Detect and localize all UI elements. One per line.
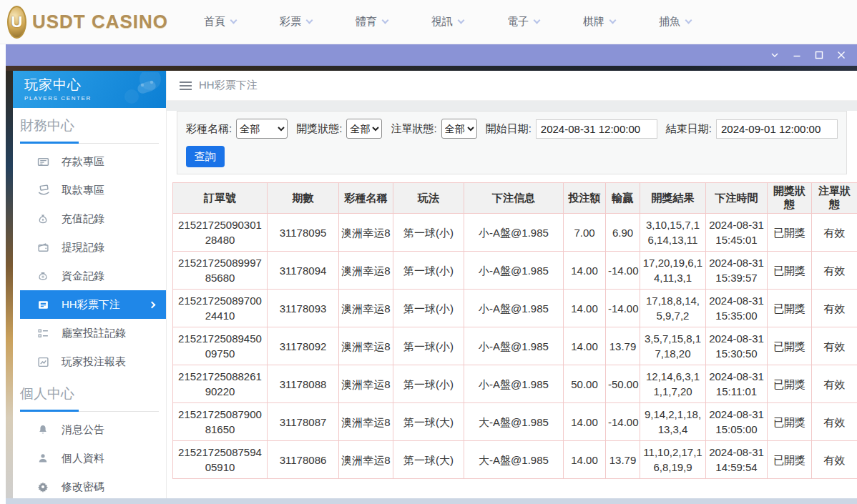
- content-area: HH彩票下注 彩種名稱: 全部 開獎狀態: 全部 注單狀態: 全部 開始日期: …: [167, 71, 857, 499]
- start-date-label: 開始日期:: [486, 122, 532, 136]
- table-cell: -14.00: [606, 252, 640, 290]
- section-divider: [20, 142, 159, 144]
- column-header: 下注信息: [464, 183, 564, 214]
- column-header: 彩種名稱: [339, 183, 393, 214]
- column-header: 投注額: [564, 183, 606, 214]
- table-cell: 已開獎: [768, 403, 812, 441]
- chevron-down-icon: [230, 17, 237, 24]
- order-status-select[interactable]: 全部: [441, 119, 477, 139]
- table-cell: 澳洲幸运8: [339, 252, 393, 290]
- column-header: 訂單號: [173, 183, 268, 214]
- table-cell: 澳洲幸运8: [339, 327, 393, 365]
- table-cell: 有效: [812, 441, 857, 479]
- table-cell: -50.00: [606, 365, 640, 403]
- table-cell: 第一球(小): [393, 252, 464, 290]
- sidebar-item-label: 玩家投注報表: [62, 355, 126, 369]
- sidebar-item-hall-record[interactable]: 廳室投註記錄: [20, 319, 166, 347]
- table-cell: 2152172508999785680: [173, 252, 268, 290]
- sidebar-item-withdrawal-record[interactable]: 提現記錄: [20, 233, 166, 262]
- draw-status-select[interactable]: 全部: [346, 119, 382, 139]
- search-button[interactable]: 查詢: [186, 146, 225, 167]
- sidebar-header: 玩家中心 PLAYERS CENTER: [13, 71, 166, 108]
- table-cell: 已開獎: [768, 252, 812, 290]
- nav-item-label: 彩票: [280, 15, 301, 29]
- table-cell: 澳洲幸运8: [339, 214, 393, 252]
- nav-item-label: 捕魚: [659, 15, 680, 29]
- end-date-input[interactable]: [716, 119, 838, 139]
- table-cell: 14.00: [564, 441, 606, 479]
- sidebar-item-label: 個人資料: [62, 452, 104, 465]
- table-cell: 31178087: [268, 403, 339, 441]
- column-header: 開獎狀態: [768, 183, 812, 214]
- table-cell: 第一球(小): [393, 327, 464, 365]
- table-cell: 3,5,7,15,8,17,18,20: [640, 327, 706, 365]
- nav-item-6[interactable]: 捕魚: [659, 15, 691, 29]
- nav-item-4[interactable]: 電子: [507, 15, 539, 29]
- sidebar-item-label: 取款專區: [62, 184, 104, 197]
- table-cell: 小-A盤@1.985: [464, 327, 564, 365]
- sidebar-item-bell[interactable]: 消息公告: [20, 415, 166, 444]
- sidebar-section-title: 財務中心: [20, 117, 166, 135]
- table-cell: 小-A盤@1.985: [464, 252, 564, 290]
- table-cell: 2152172508826190220: [173, 365, 268, 403]
- chevron-down-icon: [382, 17, 389, 24]
- sidebar-item-label: 存款專區: [62, 155, 104, 169]
- sidebar-item-person[interactable]: 個人資料: [20, 444, 166, 473]
- logo-coin-letter: U: [11, 13, 22, 31]
- table-row: 215217250882619022031178088澳洲幸运8第一球(小)小-…: [173, 365, 857, 403]
- table-cell: 澳洲幸运8: [339, 365, 393, 403]
- table-cell: 3,10,15,7,16,14,13,11: [640, 214, 706, 252]
- table-cell: 2024-08-31 15:39:57: [706, 252, 768, 290]
- player-center-sidebar: 玩家中心 PLAYERS CENTER 財務中心存款專區取款專區充值記錄提現記錄…: [13, 71, 167, 499]
- maximize-icon[interactable]: [813, 49, 825, 61]
- withdrawal-record-icon: [37, 242, 52, 254]
- table-cell: 14.00: [564, 252, 606, 290]
- table-cell: 2152172508759405910: [173, 441, 268, 479]
- table-cell: 31178086: [268, 441, 339, 479]
- nav-item-0[interactable]: 首頁: [204, 15, 236, 29]
- table-cell: 小-A盤@1.985: [464, 365, 564, 403]
- sidebar-item-gear[interactable]: 修改密碼: [20, 473, 166, 499]
- chevron-down-icon: [534, 17, 541, 24]
- nav-item-2[interactable]: 體育: [356, 15, 388, 29]
- table-cell: 2152172508945009750: [173, 327, 268, 365]
- sidebar-section-title: 個人中心: [20, 385, 166, 403]
- close-icon[interactable]: [836, 49, 847, 61]
- nav-item-1[interactable]: 彩票: [280, 15, 312, 29]
- sidebar-item-funds-record[interactable]: 資金記錄: [20, 262, 166, 290]
- table-cell: 2152172508790081650: [173, 403, 268, 441]
- section-divider: [20, 410, 159, 412]
- sidebar-item-deposit[interactable]: 存款專區: [20, 147, 166, 176]
- table-row: 215217250897002441031178093澳洲幸运8第一球(小)小-…: [173, 290, 857, 327]
- chevron-down-icon[interactable]: [769, 49, 780, 61]
- table-cell: 有效: [812, 365, 857, 403]
- table-cell: 7.00: [564, 214, 606, 252]
- minimize-icon[interactable]: [791, 49, 803, 61]
- chevron-down-icon: [306, 17, 313, 24]
- table-cell: 第一球(小): [393, 290, 464, 327]
- hamburger-menu-icon[interactable]: [180, 81, 192, 90]
- sidebar-item-withdraw[interactable]: 取款專區: [20, 176, 166, 204]
- breadcrumb: HH彩票下注: [167, 71, 857, 101]
- table-cell: 2152172509030128480: [173, 214, 268, 252]
- nav-menu: 首頁彩票體育視訊電子棋牌捕魚: [204, 15, 691, 29]
- table-cell: 有效: [812, 252, 857, 290]
- start-date-input[interactable]: [536, 119, 657, 139]
- nav-item-label: 首頁: [204, 15, 225, 29]
- site-logo[interactable]: U USDT CASINO: [7, 6, 168, 39]
- table-cell: 有效: [812, 214, 857, 252]
- lottery-name-select[interactable]: 全部: [236, 119, 288, 139]
- logo-text: USDT CASINO: [32, 11, 168, 33]
- nav-item-5[interactable]: 棋牌: [583, 15, 615, 29]
- chevron-down-icon: [609, 17, 617, 24]
- table-cell: 13.79: [606, 327, 640, 365]
- sidebar-item-report[interactable]: 玩家投注報表: [20, 347, 166, 376]
- nav-item-3[interactable]: 視訊: [431, 15, 464, 29]
- sidebar-item-recharge-record[interactable]: 充值記錄: [20, 204, 166, 233]
- sidebar-item-lottery-bet[interactable]: HH彩票下注: [20, 290, 166, 319]
- table-cell: 14.00: [564, 403, 606, 441]
- horizontal-scrollbar[interactable]: [6, 498, 857, 504]
- logo-coin-icon: U: [7, 6, 26, 39]
- table-cell: 2024-08-31 15:05:00: [706, 403, 768, 441]
- chevron-right-icon: [149, 301, 156, 308]
